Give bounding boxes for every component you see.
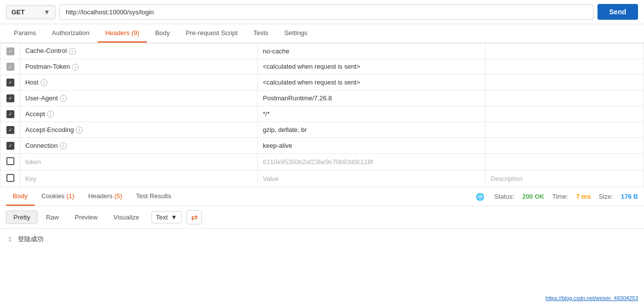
info-icon: i (60, 142, 67, 149)
tab-settings[interactable]: Settings (276, 24, 315, 43)
info-icon: i (72, 64, 79, 71)
tab-headers[interactable]: Headers (9) (98, 24, 148, 43)
header-value: keep-alive (263, 142, 292, 149)
body-toolbar: Pretty Raw Preview Visualize Text ▼ ⇄ (0, 206, 644, 229)
tab-tests[interactable]: Tests (246, 24, 276, 43)
table-row: Accepti*/* (0, 106, 644, 122)
table-row: Cache-Controlino-cache (0, 43, 644, 59)
response-tab-testresults[interactable]: Test Results (129, 187, 178, 206)
header-value: */* (263, 110, 270, 118)
tab-prerequest[interactable]: Pre-request Script (178, 24, 246, 43)
response-tab-body[interactable]: Body (6, 187, 35, 206)
size-label: Size: (598, 193, 613, 200)
header-value: <calculated when request is sent> (263, 63, 360, 70)
header-key: Accept (25, 110, 45, 118)
header-value: no-cache (263, 47, 289, 55)
header-checkbox[interactable] (6, 126, 14, 134)
line-number: 1 (8, 236, 12, 243)
line-text: 登陆成功 (18, 236, 44, 243)
tab-body[interactable]: Body (147, 24, 178, 43)
view-visualize-button[interactable]: Visualize (106, 211, 147, 224)
placeholder-checkbox[interactable] (6, 174, 14, 182)
table-row: Postman-Tokeni<calculated when request i… (0, 59, 644, 75)
view-raw-button[interactable]: Raw (39, 211, 66, 224)
header-checkbox[interactable] (6, 110, 14, 118)
tab-authorization[interactable]: Authorization (44, 24, 98, 43)
header-key: token (25, 158, 41, 166)
response-tab-headers[interactable]: Headers (5) (81, 187, 129, 206)
placeholder-value: Value (258, 171, 486, 187)
time-value: 7 ms (576, 193, 591, 200)
headers-section: Cache-Controlino-cachePostman-Tokeni<cal… (0, 43, 644, 187)
response-tab-cookies[interactable]: Cookies (1) (35, 187, 82, 206)
header-key: Accept-Encoding (25, 126, 74, 133)
url-input[interactable] (59, 4, 594, 20)
header-key: Cache-Control (25, 47, 67, 54)
status-label: Status: (494, 193, 514, 200)
header-key: Postman-Token (25, 63, 70, 70)
body-line: 1登陆成功 (8, 235, 636, 244)
view-preview-button[interactable]: Preview (67, 211, 105, 224)
method-selector[interactable]: GET ▼ (6, 5, 55, 19)
header-key: Connection (25, 142, 58, 149)
view-pretty-button[interactable]: Pretty (6, 211, 38, 224)
tab-params[interactable]: Params (6, 24, 44, 43)
size-value: 176 B (621, 193, 638, 200)
globe-icon: 🌐 (476, 193, 484, 201)
header-checkbox[interactable] (6, 63, 14, 71)
time-label: Time: (552, 193, 568, 200)
header-value: <calculated when request is sent> (263, 79, 360, 86)
body-content: 1登陆成功 (0, 229, 644, 250)
format-selector[interactable]: Text ▼ (151, 211, 182, 223)
headers-table: Cache-Controlino-cachePostman-Tokeni<cal… (0, 43, 644, 187)
chevron-down-icon: ▼ (44, 8, 50, 16)
header-checkbox[interactable] (6, 47, 14, 55)
info-icon: i (41, 79, 48, 86)
response-tabs-bar: Body Cookies (1) Headers (5) Test Result… (0, 187, 644, 206)
method-label: GET (11, 8, 25, 16)
table-row: Accept-Encodingigzip, deflate, br (0, 122, 644, 138)
header-key: Host (25, 79, 39, 86)
header-checkbox[interactable] (6, 157, 14, 165)
wrap-button[interactable]: ⇄ (187, 210, 202, 224)
send-button[interactable]: Send (597, 4, 638, 20)
table-row: token6110e95350b2af23be9c70b93d0c118f (0, 154, 644, 171)
info-icon: i (69, 48, 76, 55)
table-row: User-AgentiPostmanRuntime/7.26.8 (0, 90, 644, 106)
info-icon: i (47, 111, 54, 118)
status-value: 200 OK (522, 193, 545, 200)
header-checkbox[interactable] (6, 79, 14, 87)
info-icon: i (76, 127, 83, 133)
top-bar: GET ▼ Send (0, 0, 644, 24)
header-key: User-Agent (25, 94, 58, 102)
format-label: Text (156, 214, 168, 221)
response-meta: 🌐 Status: 200 OK Time: 7 ms Size: 176 B (476, 193, 638, 201)
header-checkbox[interactable] (6, 94, 14, 102)
header-value: 6110e95350b2af23be9c70b93d0c118f (263, 158, 373, 166)
table-row: Connectionikeep-alive (0, 138, 644, 154)
header-checkbox[interactable] (6, 142, 14, 150)
placeholder-desc: Description (486, 171, 644, 187)
table-row-placeholder: KeyValueDescription (0, 171, 644, 187)
table-row: Hosti<calculated when request is sent> (0, 75, 644, 90)
header-value: gzip, deflate, br (263, 126, 307, 133)
placeholder-key: Key (20, 171, 258, 187)
request-tabs-bar: Params Authorization Headers (9) Body Pr… (0, 24, 644, 43)
header-value: PostmanRuntime/7.26.8 (263, 94, 332, 102)
format-chevron-icon: ▼ (171, 214, 177, 221)
info-icon: i (60, 95, 67, 102)
